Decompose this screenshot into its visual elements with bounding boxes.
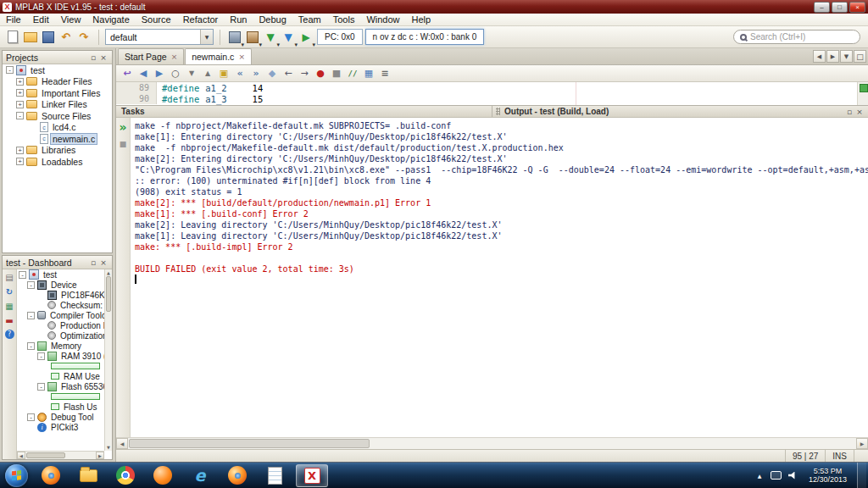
start-macro-icon[interactable]	[313, 66, 328, 81]
tree-item[interactable]: - Compiler Toolcha	[17, 310, 104, 320]
tree-item[interactable]: + Loadables	[3, 156, 112, 168]
tree-item[interactable]	[17, 391, 104, 402]
tree-item[interactable]: newmain.c	[3, 133, 112, 145]
scroll-right-icon[interactable]	[826, 50, 839, 63]
scroll-down-icon[interactable]: ▼	[105, 444, 112, 451]
dash-datasheet-icon[interactable]	[4, 315, 15, 326]
expander-icon[interactable]: -	[37, 383, 45, 391]
tree-item[interactable]: lcd4.c	[3, 122, 112, 134]
expander-icon[interactable]: +	[16, 78, 24, 86]
toggle-bookmark-icon[interactable]	[264, 66, 280, 81]
next-bookmark-icon[interactable]	[248, 66, 264, 81]
expander-icon[interactable]: -	[37, 352, 45, 360]
rerun-build-icon[interactable]	[117, 121, 129, 133]
tree-item[interactable]: - Device	[17, 280, 104, 290]
search-input[interactable]: Search (Ctrl+I)	[733, 30, 860, 44]
show-desktop-button[interactable]	[857, 463, 866, 488]
tree-item[interactable]	[17, 361, 104, 371]
editor-tab[interactable]: newmain.c	[185, 48, 252, 64]
tree-item[interactable]: - test	[17, 269, 104, 280]
close-panel-icon[interactable]	[854, 107, 865, 117]
taskbar-button[interactable]	[147, 464, 179, 487]
tasks-window-header[interactable]: Tasks	[116, 106, 492, 117]
minimize-button[interactable]: –	[814, 2, 830, 13]
output-window-header[interactable]: Output - test (Build, Load)	[492, 106, 844, 117]
tree-item[interactable]: PIC18F46K2	[17, 290, 104, 300]
tree-item[interactable]: - Source Files	[3, 110, 112, 122]
tree-item[interactable]: - test	[3, 64, 112, 76]
menu-item[interactable]: Refactor	[177, 14, 225, 26]
forward-icon[interactable]	[152, 66, 167, 81]
expander-icon[interactable]: -	[19, 271, 26, 279]
find-next-icon[interactable]	[184, 66, 199, 81]
taskbar-button[interactable]	[35, 464, 67, 487]
tray-expand-icon[interactable]	[754, 469, 765, 481]
dash-window-icon[interactable]	[4, 272, 15, 283]
maximize-view-icon[interactable]	[854, 50, 866, 63]
tree-item[interactable]: RAM Use	[17, 371, 104, 381]
code-line[interactable]: 89 #define a1_2 14	[116, 82, 857, 93]
expander-icon[interactable]: -	[27, 281, 35, 289]
expander-icon[interactable]: -	[6, 66, 14, 74]
float-panel-icon[interactable]	[88, 258, 98, 268]
expander-icon[interactable]: +	[16, 89, 24, 97]
tree-item[interactable]: + Libraries	[3, 145, 112, 157]
back-icon[interactable]	[136, 66, 151, 81]
tree-item[interactable]: Checksum: 0	[17, 300, 104, 310]
documents-list-icon[interactable]	[840, 50, 853, 63]
disassembly-icon[interactable]	[377, 66, 392, 81]
scroll-left-icon[interactable]	[813, 50, 826, 63]
expander-icon[interactable]: +	[16, 158, 24, 165]
start-button[interactable]	[5, 464, 28, 487]
tree-item[interactable]: PICkit3	[17, 422, 104, 432]
make-program-icon[interactable]	[262, 29, 279, 46]
expander-icon[interactable]: -	[16, 112, 24, 119]
comment-icon[interactable]	[345, 66, 360, 81]
drag-grip-icon[interactable]	[496, 108, 500, 115]
close-tab-icon[interactable]	[238, 53, 245, 61]
tree-item[interactable]: Production I	[17, 320, 104, 330]
tree-item[interactable]: - Debug Tool	[17, 412, 104, 422]
tree-item[interactable]: - Flash 65536	[17, 381, 104, 391]
close-button[interactable]: ×	[849, 2, 865, 13]
scroll-right-icon[interactable]: ▶	[96, 452, 104, 459]
menu-item[interactable]: Navigate	[86, 14, 135, 26]
scrollbar-thumb[interactable]	[26, 452, 65, 458]
dash-refresh-icon[interactable]	[4, 286, 15, 297]
dashboard-vertical-scrollbar[interactable]: ▲ ▼	[104, 269, 112, 451]
maximize-button[interactable]: □	[832, 2, 848, 13]
expander-icon[interactable]: -	[27, 312, 35, 319]
taskbar-clock[interactable]: 5:53 PM 12/30/2013	[804, 467, 852, 485]
scroll-right-icon[interactable]: ▶	[856, 438, 868, 449]
tree-item[interactable]: - Memory	[17, 341, 104, 351]
taskbar-button[interactable]	[259, 464, 291, 487]
dash-gauge-icon[interactable]	[4, 301, 15, 312]
taskbar-button[interactable]	[109, 464, 142, 487]
menu-item[interactable]: Team	[292, 14, 327, 26]
menu-item[interactable]: Help	[406, 14, 437, 26]
scroll-left-icon[interactable]: ◀	[17, 452, 25, 459]
scroll-left-icon[interactable]: ◀	[116, 438, 128, 449]
tree-item[interactable]: + Header Files	[3, 76, 112, 88]
menu-item[interactable]: Run	[224, 14, 253, 26]
output-horizontal-scrollbar[interactable]: ◀ ▶	[116, 437, 868, 449]
volume-icon[interactable]	[787, 469, 798, 481]
taskbar-button[interactable]	[72, 464, 104, 487]
code-line[interactable]: 90 #define a1_3 15	[116, 93, 857, 104]
menu-item[interactable]: Tools	[327, 14, 361, 26]
open-project-icon[interactable]	[22, 29, 39, 46]
float-panel-icon[interactable]	[844, 107, 854, 117]
configuration-combobox[interactable]: default	[105, 29, 214, 45]
shift-right-icon[interactable]	[297, 66, 312, 81]
hold-reset-icon[interactable]	[280, 29, 297, 46]
shift-left-icon[interactable]	[281, 66, 296, 81]
expander-icon[interactable]: +	[16, 101, 24, 108]
float-panel-icon[interactable]	[88, 53, 98, 63]
editor-tab[interactable]: Start Page	[118, 48, 184, 64]
code-editor[interactable]: 89 #define a1_2 14 90 #define a1_3 15	[116, 82, 868, 105]
chevron-down-icon[interactable]	[200, 30, 213, 44]
close-panel-icon[interactable]	[98, 53, 108, 63]
menu-item[interactable]: Debug	[253, 14, 292, 26]
previous-bookmark-icon[interactable]	[232, 66, 248, 81]
scroll-up-icon[interactable]: ▲	[105, 269, 112, 276]
